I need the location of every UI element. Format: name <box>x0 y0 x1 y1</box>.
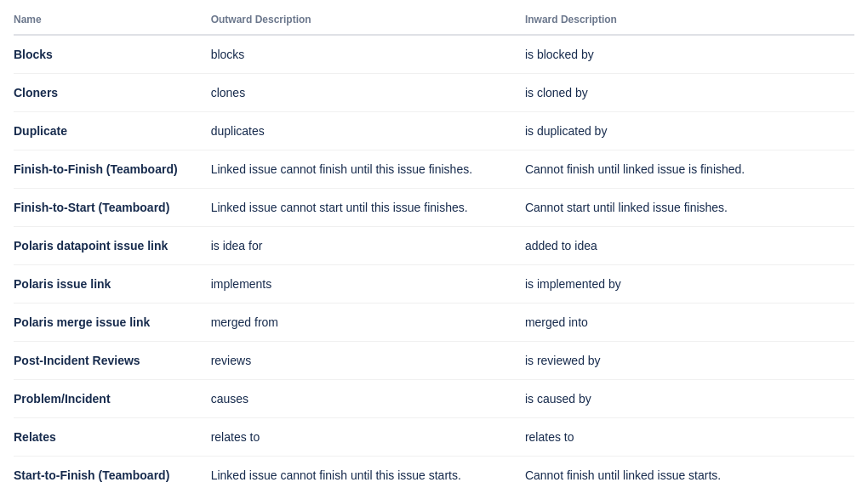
cell-outward: merged from <box>201 304 515 342</box>
cell-inward: is duplicated by <box>515 112 854 150</box>
table-row: Polaris datapoint issue linkis idea fora… <box>14 227 854 265</box>
cell-inward: added to idea <box>515 227 854 265</box>
cell-name: Problem/Incident <box>14 380 201 418</box>
table-row: Duplicateduplicatesis duplicated by <box>14 112 854 150</box>
cell-inward: relates to <box>515 418 854 457</box>
table-row: Post-Incident Reviewsreviewsis reviewed … <box>14 342 854 380</box>
cell-name: Cloners <box>14 74 201 112</box>
table-row: Polaris merge issue linkmerged frommerge… <box>14 304 854 342</box>
cell-outward: implements <box>201 265 515 304</box>
table-row: Clonersclonesis cloned by <box>14 74 854 112</box>
cell-name: Start-to-Finish (Teamboard) <box>14 457 201 489</box>
cell-outward: reviews <box>201 342 515 380</box>
cell-inward: is cloned by <box>515 74 854 112</box>
cell-name: Relates <box>14 418 201 457</box>
cell-name: Duplicate <box>14 112 201 150</box>
table-row: Problem/Incidentcausesis caused by <box>14 380 854 418</box>
column-header-outward: Outward Description <box>201 7 515 35</box>
cell-name: Polaris datapoint issue link <box>14 227 201 265</box>
cell-name: Finish-to-Finish (Teamboard) <box>14 150 201 189</box>
cell-inward: merged into <box>515 304 854 342</box>
issue-link-types-table: Name Outward Description Inward Descript… <box>14 7 854 488</box>
cell-inward: Cannot finish until linked issue is fini… <box>515 150 854 189</box>
table-row: Relatesrelates torelates to <box>14 418 854 457</box>
cell-inward: Cannot finish until linked issue starts. <box>515 457 854 489</box>
cell-outward: Linked issue cannot start until this iss… <box>201 189 515 227</box>
column-header-name: Name <box>14 7 201 35</box>
table-row: Blocksblocksis blocked by <box>14 35 854 74</box>
cell-outward: Linked issue cannot finish until this is… <box>201 150 515 189</box>
cell-inward: is blocked by <box>515 35 854 74</box>
column-header-inward: Inward Description <box>515 7 854 35</box>
cell-name: Polaris merge issue link <box>14 304 201 342</box>
cell-outward: clones <box>201 74 515 112</box>
table-row: Start-to-Finish (Teamboard)Linked issue … <box>14 457 854 489</box>
table-row: Polaris issue linkimplementsis implement… <box>14 265 854 304</box>
cell-name: Blocks <box>14 35 201 74</box>
cell-outward: relates to <box>201 418 515 457</box>
cell-outward: causes <box>201 380 515 418</box>
cell-outward: duplicates <box>201 112 515 150</box>
cell-name: Polaris issue link <box>14 265 201 304</box>
table-header-row: Name Outward Description Inward Descript… <box>14 7 854 35</box>
cell-name: Post-Incident Reviews <box>14 342 201 380</box>
issue-link-types-table-container: Name Outward Description Inward Descript… <box>0 0 868 488</box>
cell-outward: blocks <box>201 35 515 74</box>
cell-outward: Linked issue cannot finish until this is… <box>201 457 515 489</box>
cell-inward: is implemented by <box>515 265 854 304</box>
cell-inward: is reviewed by <box>515 342 854 380</box>
cell-name: Finish-to-Start (Teamboard) <box>14 189 201 227</box>
table-row: Finish-to-Finish (Teamboard)Linked issue… <box>14 150 854 189</box>
cell-inward: is caused by <box>515 380 854 418</box>
cell-inward: Cannot start until linked issue finishes… <box>515 189 854 227</box>
cell-outward: is idea for <box>201 227 515 265</box>
table-row: Finish-to-Start (Teamboard)Linked issue … <box>14 189 854 227</box>
